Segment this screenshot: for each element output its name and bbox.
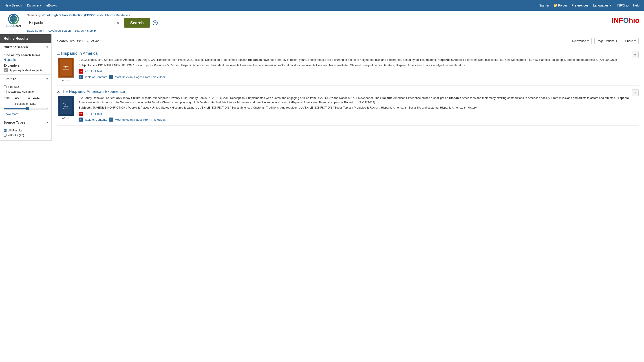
nav-preferences[interactable]: Preferences [572, 3, 588, 7]
download-available-checkbox[interactable] [4, 90, 6, 93]
result-1-number: 1. [57, 52, 60, 55]
caret-icon-3: ▼ [634, 40, 636, 42]
all-results-checkbox[interactable] [4, 129, 6, 132]
chevron-down-icon: ▼ [609, 3, 612, 7]
page-options-dropdown[interactable]: Page Options ▼ [594, 38, 620, 44]
search-input-wrap: ✕ [27, 19, 121, 27]
results-count: Search Results: 1 - 20 of 42 [57, 39, 99, 43]
nav-folder[interactable]: 📁 Folder [554, 3, 567, 7]
search-button[interactable]: Search [124, 18, 150, 28]
search-term-link[interactable]: Hispanic [4, 58, 16, 61]
search-history-link[interactable]: Search History ▶ [74, 29, 96, 32]
result-1-title[interactable]: Hispanic in America [61, 51, 98, 56]
current-search-section: Current Search ▾ Find all my search term… [0, 43, 52, 75]
date-to-input[interactable] [32, 95, 43, 100]
download-available-label: Download Available [8, 90, 34, 93]
advanced-search-link[interactable]: Advanced Search [48, 29, 71, 32]
result-2-cover-image: Hispanic American Experience [58, 96, 74, 116]
nav-languages[interactable]: Languages ▼ [593, 3, 612, 7]
basic-search-link[interactable]: Basic Search [27, 29, 44, 32]
nav-infohio[interactable]: INFOhio [617, 3, 628, 7]
result-2-body: Hispanic American Experience eBook By: S… [57, 96, 638, 122]
svg-text:Experience: Experience [63, 108, 69, 109]
top-navigation: New Search Dictionary eBooks Sign In 📁 F… [0, 0, 644, 11]
chevron-icon-2: ▾ [46, 77, 48, 81]
search-input[interactable] [27, 21, 114, 25]
result-2-toc-link[interactable]: Table of Contents [84, 118, 107, 122]
result-1-pdf-link[interactable]: PDF Full Text [84, 69, 102, 74]
date-range-slider[interactable] [4, 107, 48, 110]
sidebar-title: Refine Results [0, 34, 52, 43]
infohio-logo: INFOhio [612, 16, 640, 25]
db-name: eBook High School Collection (EBSCOhost) [42, 13, 103, 17]
full-text-checkbox[interactable] [4, 85, 6, 88]
result-1-subjects: Subjects: YOUNG ADULT NONFICTION / Socia… [78, 63, 638, 67]
date-slider-wrap [4, 107, 48, 111]
add-to-folder-button-2[interactable]: ＋ [632, 89, 638, 96]
result-1-body: Hispanic in America eBook By: Gallagher,… [57, 58, 638, 82]
limit-to-section: Limit To ▾ Full Text Download Available … [0, 75, 52, 118]
choose-databases-link[interactable]: Choose Databases [105, 13, 130, 17]
result-2-type: eBook [62, 117, 70, 120]
all-results-row: All Results [4, 129, 48, 132]
toc-icon-1: + [78, 75, 83, 79]
top-nav-right: Sign In 📁 Folder Preferences Languages ▼… [539, 3, 640, 7]
share-dropdown[interactable]: Share ▼ [623, 38, 638, 44]
mrp-icon-2: + [109, 118, 113, 122]
download-available-row: Download Available [4, 90, 48, 93]
result-1-details: By: Gallagher, Jim. Series: Bias in Amer… [78, 58, 638, 82]
remove-expander-button[interactable]: ✕ [4, 68, 8, 72]
nav-help[interactable]: Help [633, 3, 640, 7]
ebsco-logo: EBSCOhost [4, 14, 22, 28]
results-toolbar: Search Results: 1 - 20 of 42 Relevance ▼… [57, 38, 638, 44]
results-area: Search Results: 1 - 20 of 42 Relevance ▼… [52, 34, 644, 141]
result-1-cover-image: Hispanic in America [58, 58, 74, 78]
limit-to-label: Limit To [4, 77, 16, 81]
result-1-links: PDF PDF Full Text + Table of Contents + … [78, 69, 638, 79]
result-2-title-row: 2. The Hispanic American Experience [57, 89, 638, 94]
svg-text:Hispanic: Hispanic [63, 103, 69, 105]
result-2-description: By: Sandy Donovan. Series: USA Today Cul… [78, 96, 638, 105]
search-clear-button[interactable]: ✕ [114, 20, 121, 26]
result-1-toc-link[interactable]: Table of Contents [84, 75, 107, 79]
help-icon[interactable]: ? [153, 20, 158, 25]
current-search-label: Current Search [4, 45, 28, 49]
pub-date-label: Publication Date [4, 102, 48, 105]
nav-dictionary[interactable]: Dictionary [27, 3, 41, 7]
result-2-details: By: Sandy Donovan. Series: USA Today Cul… [78, 96, 638, 122]
nav-ebooks[interactable]: eBooks [46, 3, 57, 7]
nav-new-search[interactable]: New Search [4, 3, 22, 7]
svg-rect-2 [60, 59, 72, 76]
find-all-label: Find all my search terms: [4, 53, 48, 57]
full-text-row: Full Text [4, 85, 48, 89]
source-types-content: All Results eBooks (42) [0, 127, 52, 140]
limit-to-header[interactable]: Limit To ▾ [0, 75, 52, 83]
nav-sign-in[interactable]: Sign In [539, 3, 549, 7]
result-item-1: ＋ 1. Hispanic in America Hispanic in Ame… [57, 47, 638, 86]
result-1-title-row: 1. Hispanic in America [57, 51, 638, 56]
show-more-link[interactable]: Show More [4, 112, 48, 116]
ebsco-logo-icon [8, 14, 19, 24]
relevance-dropdown[interactable]: Relevance ▼ [570, 38, 592, 44]
result-2-mrp-link[interactable]: Most Relevant Pages From This eBook [115, 118, 166, 122]
current-search-header[interactable]: Current Search ▾ [0, 43, 52, 51]
top-nav-left: New Search Dictionary eBooks [4, 3, 57, 7]
result-2-pdf-link[interactable]: PDF Full Text [84, 112, 102, 116]
mrp-icon-1: + [109, 75, 113, 79]
pdf-icon-1: PDF [78, 69, 83, 74]
result-1-mrp-link[interactable]: Most Relevant Pages From This eBook [115, 75, 166, 79]
expander-row: ✕ Apply equivalent subjects [4, 68, 48, 72]
source-types-header[interactable]: Source Types ▾ [0, 118, 52, 127]
result-2-pdf-row: PDF PDF Full Text [78, 112, 638, 116]
ebooks-checkbox[interactable] [4, 134, 6, 137]
toc-icon-2: + [78, 118, 83, 122]
add-to-folder-button-1[interactable]: ＋ [632, 51, 638, 58]
main-layout: ‹ Refine Results Current Search ▾ Find a… [0, 34, 644, 141]
search-header: EBSCOhost Searching: eBook High School C… [0, 11, 644, 34]
search-links: Basic Search Advanced Search Search Hist… [4, 29, 640, 32]
caret-icon-2: ▼ [615, 40, 618, 42]
source-types-label: Source Types [4, 120, 25, 124]
result-2-title[interactable]: The Hispanic American Experience [61, 89, 125, 94]
date-from-input[interactable] [13, 95, 24, 100]
svg-text:Hispanic: Hispanic [63, 66, 69, 68]
